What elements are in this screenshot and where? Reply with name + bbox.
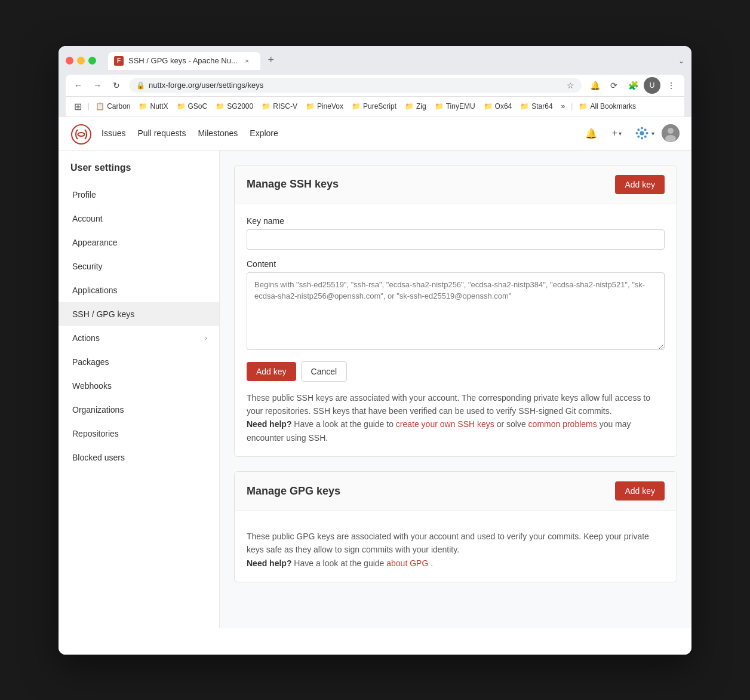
svg-point-4 <box>636 132 638 134</box>
sidebar-label-organizations: Organizations <box>72 405 124 415</box>
reload-button[interactable]: ↻ <box>109 78 124 93</box>
add-key-button[interactable]: Add key <box>247 362 296 381</box>
svg-point-7 <box>644 136 647 138</box>
sidebar-item-appearance[interactable]: Appearance <box>59 231 219 254</box>
ssh-create-guide-link[interactable]: create your own SSH keys <box>396 419 494 429</box>
gear-icon <box>634 125 650 142</box>
gpg-help-text: Have a look at the guide <box>294 558 386 568</box>
menu-button[interactable]: ⋮ <box>663 77 680 94</box>
pull-requests-link[interactable]: Pull requests <box>137 128 186 138</box>
app-nav-right: 🔔 + ▾ <box>582 124 680 142</box>
apps-grid-button[interactable]: ⊞ <box>70 99 85 114</box>
profile-icon[interactable]: U <box>644 77 660 94</box>
milestones-link[interactable]: Milestones <box>198 128 238 138</box>
carbon-icon: 📋 <box>96 102 104 110</box>
gpg-help-suffix: . <box>431 558 433 568</box>
settings-button[interactable]: ▾ <box>634 125 654 142</box>
extension-icon[interactable]: 🧩 <box>625 77 641 94</box>
tab-close-button[interactable]: × <box>242 56 252 66</box>
window-menu-button[interactable]: ⌄ <box>678 57 684 65</box>
svg-point-5 <box>646 132 648 134</box>
bookmark-star64[interactable]: 📁 Star64 <box>517 100 556 112</box>
sidebar-item-security[interactable]: Security <box>59 254 219 278</box>
sidebar-item-repositories[interactable]: Repositories <box>59 422 219 446</box>
sidebar-item-applications[interactable]: Applications <box>59 278 219 302</box>
key-name-label: Key name <box>247 216 665 226</box>
sidebar-item-actions[interactable]: Actions › <box>59 326 219 350</box>
refresh-icon[interactable]: ⟳ <box>605 77 622 94</box>
folder-icon: 📁 <box>579 102 588 110</box>
ssh-common-problems-link[interactable]: common problems <box>528 419 597 429</box>
bookmark-riscv[interactable]: 📁 RISC-V <box>258 100 301 112</box>
url-bar[interactable]: 🔒 nuttx-forge.org/user/settings/keys ☆ <box>129 78 582 93</box>
app-nav-links: Issues Pull requests Milestones Explore <box>102 128 582 138</box>
gpg-add-key-button[interactable]: Add key <box>615 481 665 501</box>
sidebar-label-account: Account <box>72 214 103 223</box>
active-tab[interactable]: F SSH / GPG keys - Apache Nu... × <box>108 52 260 70</box>
ssh-help-label: Need help? <box>247 419 291 429</box>
sidebar-label-repositories: Repositories <box>72 429 119 438</box>
bookmark-gsoc[interactable]: 📁 GSoC <box>173 100 211 112</box>
sidebar: User settings Profile Account Appearance… <box>59 151 220 628</box>
ssh-section-title: Manage SSH keys <box>247 178 339 191</box>
sidebar-label-webhooks: Webhooks <box>72 381 112 391</box>
notifications-button[interactable]: 🔔 <box>582 124 600 142</box>
create-button[interactable]: + ▾ <box>607 125 626 141</box>
bookmark-purescript[interactable]: 📁 PureScript <box>348 100 400 112</box>
cancel-button[interactable]: Cancel <box>301 361 348 382</box>
sidebar-item-ssh-gpg-keys[interactable]: SSH / GPG keys <box>59 302 219 326</box>
bookmark-nuttx[interactable]: 📁 NuttX <box>135 100 171 112</box>
bookmark-tinyemu[interactable]: 📁 TinyEMU <box>431 100 479 112</box>
new-tab-button[interactable]: + <box>263 52 279 69</box>
gpg-section-header: Manage GPG keys Add key <box>235 472 677 511</box>
sidebar-item-organizations[interactable]: Organizations <box>59 398 219 422</box>
gpg-about-link[interactable]: about GPG <box>386 558 428 568</box>
plus-icon: + <box>612 128 617 139</box>
bookmark-pinevox[interactable]: 📁 PineVox <box>302 100 347 112</box>
page-content: Issues Pull requests Milestones Explore … <box>59 117 691 655</box>
sidebar-item-blocked-users[interactable]: Blocked users <box>59 446 219 469</box>
chevron-down-icon: ▾ <box>619 130 622 137</box>
user-avatar[interactable] <box>662 124 680 142</box>
maximize-button[interactable] <box>88 57 96 65</box>
bookmark-carbon[interactable]: 📋 Carbon <box>92 100 134 112</box>
issues-link[interactable]: Issues <box>102 128 125 138</box>
sidebar-item-profile[interactable]: Profile <box>59 183 219 207</box>
bookmark-star-icon[interactable]: ☆ <box>567 81 574 90</box>
sidebar-item-packages[interactable]: Packages <box>59 350 219 374</box>
app-logo[interactable] <box>70 124 90 143</box>
sidebar-label-security: Security <box>72 262 103 271</box>
traffic-lights <box>66 57 96 65</box>
security-icon: 🔒 <box>136 81 145 90</box>
bookmark-ox64[interactable]: 📁 Ox64 <box>480 100 516 112</box>
sidebar-label-profile: Profile <box>72 190 96 199</box>
ssh-help-or: or solve <box>497 419 528 429</box>
browser-window: F SSH / GPG keys - Apache Nu... × + ⌄ ← … <box>59 46 691 655</box>
bookmark-zig[interactable]: 📁 Zig <box>401 100 430 112</box>
minimize-button[interactable] <box>77 57 85 65</box>
more-bookmarks-button[interactable]: » <box>558 100 569 112</box>
forward-button[interactable]: → <box>90 78 105 93</box>
content-group: Content <box>247 259 665 352</box>
sidebar-item-webhooks[interactable]: Webhooks <box>59 374 219 398</box>
gpg-section-body: These public GPG keys are associated wit… <box>235 511 677 582</box>
folder-icon: 📁 <box>520 102 529 110</box>
sidebar-label-appearance: Appearance <box>72 238 118 247</box>
content-textarea[interactable] <box>247 272 665 350</box>
gpg-help-label: Need help? <box>247 558 291 568</box>
folder-icon: 📁 <box>484 102 493 110</box>
alert-icon[interactable]: 🔔 <box>586 77 603 94</box>
back-button[interactable]: ← <box>70 78 86 93</box>
bookmark-sg2000[interactable]: 📁 SG2000 <box>212 100 257 112</box>
folder-icon: 📁 <box>352 102 361 110</box>
all-bookmarks-button[interactable]: 📁 All Bookmarks <box>575 100 640 112</box>
browser-chrome: F SSH / GPG keys - Apache Nu... × + ⌄ ← … <box>59 46 691 117</box>
explore-link[interactable]: Explore <box>250 128 278 138</box>
close-button[interactable] <box>66 57 73 65</box>
sidebar-item-account[interactable]: Account <box>59 207 219 231</box>
ssh-add-key-header-button[interactable]: Add key <box>615 175 665 194</box>
key-name-group: Key name <box>247 216 665 250</box>
svg-point-3 <box>641 137 643 140</box>
browser-actions: 🔔 ⟳ 🧩 U ⋮ <box>586 77 680 94</box>
key-name-input[interactable] <box>247 229 665 250</box>
